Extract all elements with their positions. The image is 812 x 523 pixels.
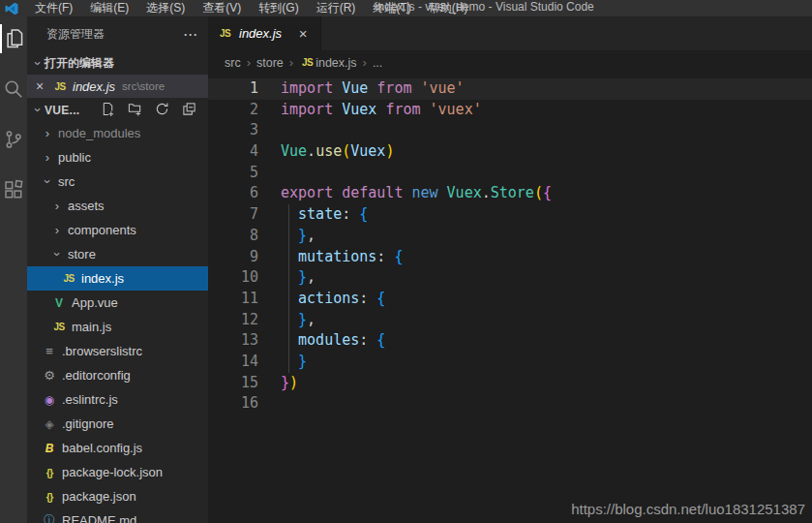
code-line[interactable]: 6export default new Vuex.Store({	[208, 183, 812, 204]
breadcrumb-label: ...	[373, 56, 382, 70]
open-editor-item-index-js[interactable]: × JS index.js src\store	[27, 75, 208, 98]
breadcrumb-separator-icon: ›	[289, 55, 293, 70]
vscode-window: 文件(F)编辑(E)选择(S)查看(V)转到(G)运行(R)终端(T)帮助(H)…	[0, 0, 812, 523]
tree-item--editorconfig[interactable]: ⚙.editorconfig	[27, 363, 208, 387]
menu-file[interactable]: 文件(F)	[26, 0, 81, 16]
code-line-content: actions: {	[258, 289, 385, 310]
title-bar: 文件(F)编辑(E)选择(S)查看(V)转到(G)运行(R)终端(T)帮助(H)…	[0, 0, 812, 16]
tree-item-label: assets	[68, 199, 105, 213]
project-section-header[interactable]: › VUE...	[27, 99, 208, 121]
refresh-icon[interactable]	[155, 102, 169, 119]
code-line[interactable]: 13 modules: {	[208, 330, 812, 352]
line-number: 8	[208, 226, 258, 247]
breadcrumb-label: index.js	[316, 56, 356, 70]
explorer-title-row: 资源管理器 ···	[27, 16, 208, 52]
code-line[interactable]: 11 actions: {	[208, 289, 812, 310]
menu-view[interactable]: 查看(V)	[194, 0, 250, 16]
new-file-icon[interactable]	[101, 102, 115, 119]
close-icon[interactable]: ×	[295, 25, 311, 42]
tree-item-src[interactable]: ›src	[27, 169, 208, 194]
breadcrumb-item--[interactable]: ...	[373, 56, 382, 70]
breadcrumb-item-store[interactable]: store	[256, 56, 284, 70]
tree-item-label: App.vue	[72, 295, 118, 310]
tree-item-public[interactable]: ›public	[27, 145, 208, 169]
code-line[interactable]: 3	[208, 120, 812, 141]
explorer-icon[interactable]	[0, 24, 27, 53]
line-number: 16	[208, 393, 258, 415]
breadcrumb-separator-icon: ›	[363, 55, 367, 70]
code-line[interactable]: 4Vue.use(Vuex)	[208, 141, 812, 163]
code-line[interactable]: 16	[208, 393, 812, 415]
code-line[interactable]: 7 state: {	[208, 204, 812, 226]
open-editor-name: index.js	[73, 79, 115, 94]
tree-item-readme-md[interactable]: ⓘREADME.md	[27, 508, 208, 523]
list-icon: ≡	[41, 344, 58, 358]
eslint-icon: ◉	[41, 393, 58, 407]
tree-item--browserslistrc[interactable]: ≡.browserslistrc	[27, 339, 208, 363]
open-editors-header[interactable]: › 打开的编辑器	[27, 52, 208, 75]
code-line[interactable]: 5	[208, 163, 812, 184]
code-line[interactable]: 15})	[208, 373, 812, 394]
breadcrumb-item-src[interactable]: src	[225, 56, 241, 70]
js-icon: JS	[220, 28, 239, 39]
breadcrumb-separator-icon: ›	[247, 55, 251, 70]
line-number: 14	[208, 352, 258, 373]
menu-run[interactable]: 运行(R)	[308, 0, 365, 16]
json-icon: {}	[41, 491, 58, 503]
tree-item-package-lock-json[interactable]: {}package-lock.json	[27, 460, 208, 484]
tree-item-app-vue[interactable]: VApp.vue	[27, 291, 208, 315]
close-icon[interactable]: ×	[36, 78, 51, 94]
extensions-icon[interactable]	[0, 175, 27, 204]
tree-item-label: index.js	[81, 271, 124, 286]
code-line[interactable]: 9 mutations: {	[208, 247, 812, 268]
tree-item--gitignore[interactable]: ◈.gitignore	[27, 412, 208, 436]
tree-item-label: src	[58, 174, 75, 189]
tree-item-label: .editorconfig	[62, 368, 131, 383]
code-line[interactable]: 2import Vuex from 'vuex'	[208, 100, 812, 121]
tree-item-main-js[interactable]: JSmain.js	[27, 315, 208, 339]
code-line[interactable]: 8 },	[208, 226, 812, 247]
tree-item-babel-config-js[interactable]: Bbabel.config.js	[27, 436, 208, 460]
chevron-down-icon: ›	[31, 104, 45, 117]
code-line-content	[258, 163, 281, 184]
menu-go[interactable]: 转到(G)	[250, 0, 307, 16]
code-line[interactable]: 14 }	[208, 352, 812, 373]
tab-index-js[interactable]: JS index.js ×	[208, 16, 321, 50]
open-editor-path: src\store	[122, 80, 165, 92]
line-number: 10	[208, 267, 258, 289]
window-title: index.js - vuex_demo - Visual Studio Cod…	[376, 0, 594, 15]
project-name: VUE...	[45, 104, 79, 117]
collapse-all-icon[interactable]	[182, 102, 196, 119]
gear-icon: ⚙	[41, 368, 58, 383]
sidebar-explorer: 资源管理器 ··· › 打开的编辑器 × JS index.js src\sto…	[27, 16, 208, 523]
code-line[interactable]: 12 },	[208, 310, 812, 331]
new-folder-icon[interactable]	[128, 102, 142, 119]
breadcrumb-item-index-js[interactable]: JSindex.js	[299, 56, 356, 70]
tree-item-components[interactable]: ›components	[27, 218, 208, 242]
tree-item-index-js[interactable]: JSindex.js	[27, 266, 208, 291]
line-number: 7	[208, 204, 258, 226]
menu-edit[interactable]: 编辑(E)	[81, 0, 137, 16]
tree-item-label: package.json	[62, 489, 136, 504]
info-icon: ⓘ	[41, 512, 58, 523]
tree-item-package-json[interactable]: {}package.json	[27, 484, 208, 508]
code-line-content: mutations: {	[258, 247, 403, 268]
code-line[interactable]: 10 },	[208, 267, 812, 289]
line-number: 9	[208, 247, 258, 268]
editor-group: JS index.js × src›store›JSindex.js›... 1…	[208, 16, 812, 523]
chevron-right-icon: ›	[41, 150, 54, 165]
source-control-icon[interactable]	[0, 125, 27, 154]
code-line-content: state: {	[258, 204, 368, 226]
tree-item-store[interactable]: ›store	[27, 242, 208, 266]
tree-item--eslintrc-js[interactable]: ◉.eslintrc.js	[27, 387, 208, 412]
search-icon[interactable]	[0, 75, 27, 104]
tree-item-label: package-lock.json	[62, 465, 163, 479]
line-number: 3	[208, 120, 258, 141]
tree-item-assets[interactable]: ›assets	[27, 194, 208, 218]
more-actions-icon[interactable]: ···	[184, 28, 198, 42]
tree-item-label: node_modules	[58, 126, 140, 140]
code-editor[interactable]: 1import Vue from 'vue'2import Vuex from …	[208, 75, 812, 523]
menu-selection[interactable]: 选择(S)	[137, 0, 194, 16]
code-line[interactable]: 1import Vue from 'vue'	[208, 78, 812, 100]
tree-item-node-modules[interactable]: ›node_modules	[27, 121, 208, 145]
